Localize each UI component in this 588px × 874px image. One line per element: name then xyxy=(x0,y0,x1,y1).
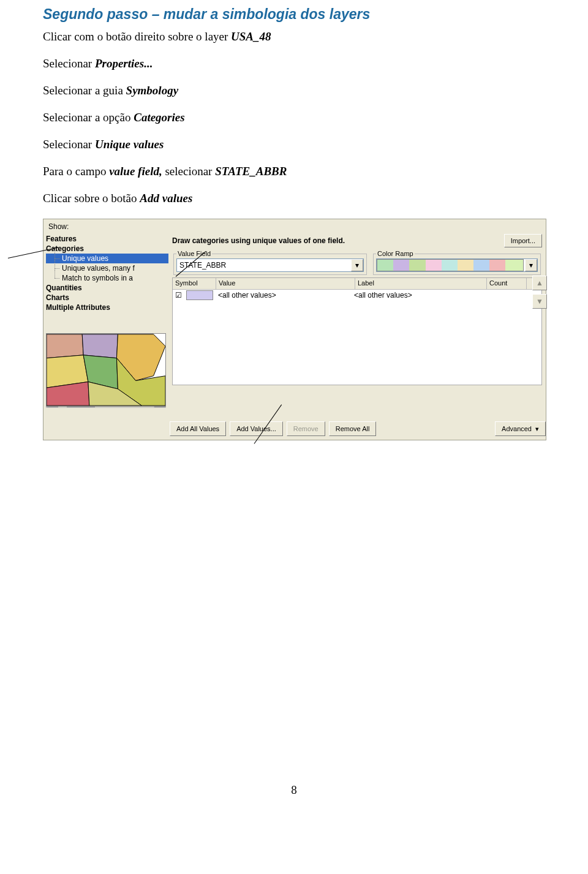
tree-match-symbols[interactable]: Match to symbols in a xyxy=(46,273,168,283)
move-up-button[interactable]: ▲ xyxy=(532,276,547,290)
col-value[interactable]: Value xyxy=(216,278,355,289)
advanced-button-label: Advanced xyxy=(502,425,532,432)
chevron-down-icon: ▾ xyxy=(535,425,539,433)
instr-6-text-2: selecionar xyxy=(162,165,216,178)
values-listbox[interactable]: Symbol Value Label Count ☑ <all other va… xyxy=(172,277,542,385)
instr-3: Selecionar a guia Symbology xyxy=(43,84,545,97)
value-field-selected: STATE_ABBR xyxy=(177,261,351,269)
page-number: 8 xyxy=(43,783,545,797)
instr-7-text: Clicar sobre o botão xyxy=(43,192,140,205)
instr-7: Clicar sobre o botão Add values xyxy=(43,192,545,205)
instr-2-text: Selecionar xyxy=(43,57,95,70)
tree-charts[interactable]: Charts xyxy=(46,293,168,303)
instr-2: Selecionar Properties... xyxy=(43,57,545,70)
color-ramp-preview xyxy=(377,259,524,271)
import-button[interactable]: Import... xyxy=(504,234,542,247)
remove-all-button[interactable]: Remove All xyxy=(329,421,377,436)
layer-name: USA_48 xyxy=(231,30,271,43)
symbology-dialog: Show: Features Categories Unique values … xyxy=(43,219,546,440)
reorder-buttons: ▲ ▼ xyxy=(532,276,547,309)
move-down-button[interactable]: ▼ xyxy=(532,294,547,309)
tree-quantities[interactable]: Quantities xyxy=(46,283,168,293)
show-tree-column: Features Categories Unique values Unique… xyxy=(43,234,168,418)
color-ramp-combo[interactable]: ▾ xyxy=(376,258,538,272)
arrow-up-icon: ▲ xyxy=(536,279,543,287)
tree-categories[interactable]: Categories xyxy=(46,244,168,254)
value-field-combo[interactable]: STATE_ABBR ▾ xyxy=(176,258,364,272)
unique-values-option: Unique values xyxy=(95,138,164,151)
col-count[interactable]: Count xyxy=(487,278,527,289)
instr-4: Selecionar a opção Categories xyxy=(43,111,545,124)
instr-3-text: Selecionar a guia xyxy=(43,84,126,97)
value-field-term: value field, xyxy=(109,165,162,178)
values-header: Symbol Value Label Count xyxy=(173,278,541,290)
dropdown-icon[interactable]: ▾ xyxy=(351,259,363,271)
color-ramp-legend: Color Ramp xyxy=(376,250,415,257)
row-label: <all other values> xyxy=(352,291,480,299)
instr-1: Clicar com o botão direito sobre o layer… xyxy=(43,30,545,43)
tree-multiple-attributes[interactable]: Multiple Attributes xyxy=(46,303,168,312)
color-ramp-fieldset: Color Ramp ▾ xyxy=(373,250,541,275)
add-values-button[interactable]: Add Values... xyxy=(230,421,283,436)
instr-1-text: Clicar com o botão direito sobre o layer xyxy=(43,30,231,43)
symbology-tab: Symbology xyxy=(126,84,179,97)
instr-6-text-1: Para o campo xyxy=(43,165,109,178)
value-field-legend: Value Field xyxy=(176,250,212,257)
row-value: <all other values> xyxy=(216,291,352,299)
instr-5-text: Selecionar xyxy=(43,138,95,151)
instr-5: Selecionar Unique values xyxy=(43,138,545,151)
properties-label: Properties... xyxy=(95,57,153,70)
row-visibility-checkbox[interactable]: ☑ xyxy=(173,291,184,299)
col-label[interactable]: Label xyxy=(355,278,487,289)
instr-4-text: Selecionar a opção xyxy=(43,111,134,124)
tree-unique-values[interactable]: Unique values xyxy=(46,254,168,263)
tree-features[interactable]: Features xyxy=(46,234,168,244)
advanced-button[interactable]: Advanced ▾ xyxy=(495,421,546,436)
show-label: Show: xyxy=(43,219,546,234)
doc-heading: Segundo passo – mudar a simbologia dos l… xyxy=(43,6,545,23)
dropdown-icon[interactable]: ▾ xyxy=(525,259,537,271)
tree-unique-values-many[interactable]: Unique values, many f xyxy=(46,263,168,273)
categories-option: Categories xyxy=(134,111,184,124)
state-abbr-value: STATE_ABBR xyxy=(215,165,287,178)
dialog-footer: Add All Values Add Values... Remove Remo… xyxy=(43,418,546,440)
right-panel: Draw categories using unique values of o… xyxy=(168,234,546,418)
values-row-all-other[interactable]: ☑ <all other values> <all other values> xyxy=(173,290,541,301)
remove-button: Remove xyxy=(287,421,325,436)
add-all-values-button[interactable]: Add All Values xyxy=(170,421,226,436)
col-symbol[interactable]: Symbol xyxy=(173,278,216,289)
row-symbol-swatch[interactable] xyxy=(186,290,213,300)
arrow-down-icon: ▼ xyxy=(536,297,543,306)
right-panel-title: Draw categories using unique values of o… xyxy=(172,236,500,245)
add-values-term: Add values xyxy=(140,192,192,205)
layer-preview xyxy=(46,333,166,407)
instr-6: Para o campo value field, selecionar STA… xyxy=(43,165,545,178)
